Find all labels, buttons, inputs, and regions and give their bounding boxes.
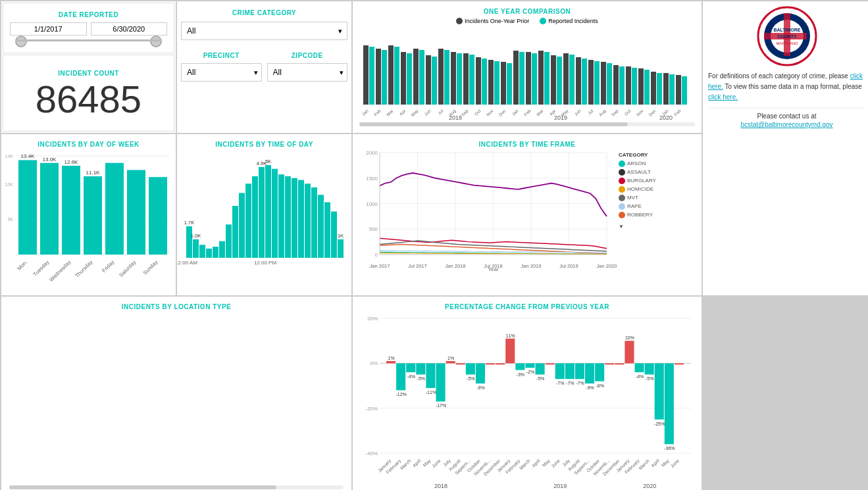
svg-rect-13 [419,50,424,105]
pct-chart-svg: 20%0%-20%-40%1%January-12%February-4%Mar… [357,312,698,489]
svg-rect-126 [252,176,258,258]
svg-rect-202 [456,363,465,364]
precinct-label: PRECINCT [181,48,262,61]
svg-text:Mar: Mar [386,108,394,116]
svg-text:Sep: Sep [611,109,620,118]
svg-rect-124 [239,193,245,258]
svg-rect-119 [206,249,212,258]
svg-text:Jan 2020: Jan 2020 [597,263,617,269]
location-scrollbar[interactable] [9,485,344,489]
date-slider-right[interactable] [150,36,162,47]
svg-rect-6 [388,45,394,105]
svg-text:Mar: Mar [536,108,544,116]
svg-rect-55 [594,61,600,105]
svg-rect-18 [438,49,444,105]
svg-rect-135 [298,180,304,258]
svg-text:MARYLAND: MARYLAND [776,41,798,45]
svg-rect-24 [463,53,469,105]
svg-text:Sunday: Sunday [142,259,159,276]
svg-text:1000: 1000 [366,201,378,207]
svg-rect-67 [644,70,650,105]
incident-count-value: 86485 [36,78,141,120]
svg-rect-212 [496,363,505,364]
timeframe-legend-expand[interactable]: ▼ [619,224,666,230]
svg-rect-141 [338,239,344,258]
svg-rect-0 [363,45,369,105]
svg-text:-4%: -4% [636,374,644,379]
zipcode-select[interactable]: All [267,63,348,82]
svg-text:Friday: Friday [101,259,115,274]
svg-rect-7 [394,47,399,105]
svg-rect-231 [565,363,574,379]
svg-text:Tuesday: Tuesday [32,259,51,278]
comparison-chart-svg: JanFebMarAprMayJunJulAugSepOctNovDecJanF… [357,26,698,121]
svg-rect-99 [40,163,59,255]
svg-text:14K: 14K [5,154,14,159]
contact-label: Please contact us at [708,112,865,120]
date-end-input[interactable]: 6/30/2020 [91,22,168,36]
svg-rect-21 [451,52,456,105]
svg-text:2018: 2018 [434,483,447,489]
svg-text:Oct: Oct [624,109,632,116]
svg-rect-187 [406,363,415,372]
svg-text:Year: Year [488,266,499,272]
date-slider-left[interactable] [15,36,27,47]
svg-rect-110 [127,170,145,255]
svg-rect-247 [625,341,634,363]
svg-text:-7%: -7% [566,381,574,385]
svg-text:5K: 5K [265,159,271,164]
svg-text:10%: 10% [625,335,634,340]
svg-rect-58 [607,63,612,105]
svg-rect-73 [669,74,675,105]
svg-rect-136 [305,184,311,258]
svg-rect-226 [546,363,555,364]
svg-text:1.7K: 1.7K [184,220,194,226]
svg-rect-57 [601,62,606,105]
legend-prior-dot [456,18,463,24]
svg-text:Jul: Jul [437,108,444,115]
svg-rect-259 [665,363,674,444]
click-here-link-2[interactable]: click here. [708,93,738,101]
svg-rect-15 [426,55,431,105]
svg-text:Jul 2019: Jul 2019 [559,263,578,269]
svg-text:11.1K: 11.1K [86,170,101,176]
svg-text:Aug: Aug [598,109,607,118]
precinct-select[interactable]: All [181,63,262,82]
svg-text:-4%: -4% [407,374,415,379]
crime-category-select[interactable]: All [181,22,347,40]
svg-text:13.0K: 13.0K [43,157,57,162]
date-start-input[interactable]: 1/1/2017 [10,22,87,36]
svg-rect-184 [396,363,405,390]
day-chart-title: INCIDENTS BY DAY OF WEEK [5,137,172,149]
svg-rect-25 [469,55,474,105]
svg-rect-196 [436,363,446,401]
svg-text:-7%: -7% [576,381,584,385]
svg-rect-1 [369,47,374,105]
svg-text:Jan: Jan [361,109,369,117]
svg-text:1%: 1% [388,356,394,360]
svg-rect-30 [488,60,494,105]
day-chart-svg: 5K10K14K13.4KMon.13.0KTuesday12.6KWednes… [5,149,172,278]
date-reported-label: DATE REPORTED [10,7,167,20]
svg-text:1500: 1500 [366,176,378,182]
time-chart-title: INCIDENTS BY TIME OF DAY [181,137,347,149]
svg-text:April: April [412,458,422,468]
comparison-scrollbar[interactable] [359,122,695,126]
svg-rect-199 [446,361,455,363]
svg-rect-34 [507,63,512,105]
contact-email-link[interactable]: bcstat@baltimorecountymd.gov [708,121,865,128]
svg-text:Apr: Apr [399,108,407,116]
svg-text:-11%: -11% [426,390,436,395]
svg-text:Feb: Feb [673,109,682,117]
svg-rect-49 [569,55,574,105]
svg-rect-43 [544,52,549,105]
click-here-link-1[interactable]: click here. [708,72,863,90]
svg-text:-5%: -5% [467,376,474,381]
svg-text:2000: 2000 [366,150,378,156]
location-chart-svg [5,312,347,483]
svg-text:Dec: Dec [648,108,657,117]
svg-rect-105 [84,176,102,255]
svg-rect-127 [259,167,265,258]
svg-rect-40 [532,53,537,105]
svg-rect-39 [526,52,531,105]
